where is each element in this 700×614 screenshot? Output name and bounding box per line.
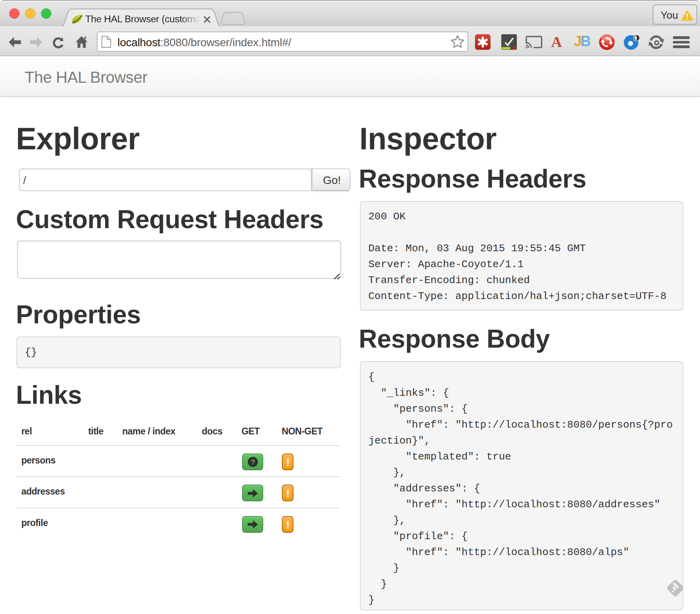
svg-text:?: ? bbox=[250, 458, 255, 466]
